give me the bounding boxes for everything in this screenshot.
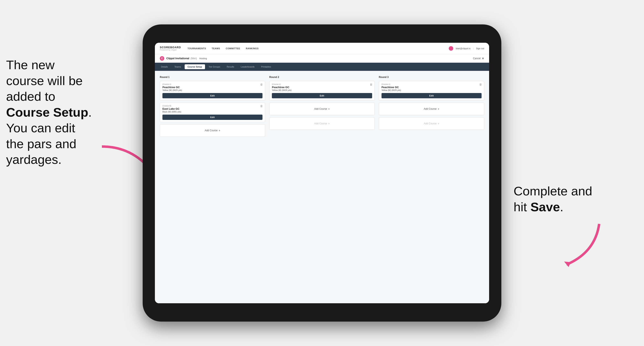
nav-rankings[interactable]: RANKINGS: [246, 46, 258, 50]
nav-links: TOURNAMENTS TEAMS COMMITTEE RANKINGS: [188, 46, 449, 50]
user-email: blair@clippd.io: [456, 47, 470, 50]
tablet-screen: SCOREBOARD Powered by clippd TOURNAMENTS…: [155, 43, 489, 303]
sign-out-link[interactable]: Sign out: [476, 47, 484, 50]
round1-course-a-card: 🗑 (Course A) Peachtree GC Yellow (M) (66…: [160, 81, 265, 101]
round1-course-a-label: (Course A): [162, 83, 262, 85]
round2-add-course-disabled-label: Add Course: [314, 122, 327, 125]
tab-teams[interactable]: Teams: [172, 64, 184, 69]
round1-course-b-card: 🗑 (Course B) East Lake GC Black (M) (689…: [160, 103, 265, 122]
round2-add-course-label: Add Course: [314, 107, 327, 110]
round1-course-a-name: Peachtree GC: [162, 86, 262, 89]
nav-tournaments[interactable]: TOURNAMENTS: [188, 46, 206, 50]
round1-course-b-label: (Course B): [162, 105, 262, 107]
top-nav: SCOREBOARD Powered by clippd TOURNAMENTS…: [155, 43, 489, 54]
nav-committee[interactable]: COMMITTEE: [226, 46, 240, 50]
round1-course-b-edit-button[interactable]: Edit: [162, 115, 262, 120]
svg-marker-1: [564, 262, 571, 267]
round1-add-course-plus-icon: +: [219, 129, 220, 132]
round2-add-course-disabled: Add Course +: [269, 117, 374, 130]
main-content: Round 1 🗑 (Course A) Peachtree GC Yellow…: [155, 71, 489, 303]
round2-course-a-edit-button[interactable]: Edit: [272, 93, 372, 98]
tab-printables[interactable]: Printables: [258, 64, 274, 69]
round2-course-a-label: (Course A): [272, 83, 372, 85]
tab-course-setup[interactable]: Course Setup: [185, 64, 205, 69]
pipe: |: [473, 47, 474, 50]
round3-course-a-name: Peachtree GC: [382, 86, 482, 89]
round2-course-a-name: Peachtree GC: [272, 86, 372, 89]
left-annotation-bold: Course Setup: [6, 105, 88, 119]
close-icon: ✕: [482, 57, 484, 60]
round-2-label: Round 2: [269, 76, 374, 79]
round3-course-a-edit-button[interactable]: Edit: [382, 93, 482, 98]
clippd-logo: C: [160, 56, 164, 61]
round-3-column: Round 3 🗑 (Course A) Peachtree GC Yellow…: [379, 76, 484, 298]
right-annotation-bold: Save: [530, 200, 560, 214]
sub-header: C Clippd Invitational (Men) Hosting Canc…: [155, 54, 489, 63]
round2-add-course-disabled-plus-icon: +: [328, 122, 330, 125]
nav-right: blair@clippd.io | Sign out: [449, 46, 484, 51]
round2-add-course-plus-icon: +: [328, 107, 330, 111]
brand-title: SCOREBOARD: [160, 46, 181, 49]
tab-bar: Details Teams Course Setup Tee Groups Re…: [155, 63, 489, 71]
round3-add-course-button[interactable]: Add Course +: [379, 103, 484, 115]
brand-sub: Powered by clippd: [160, 49, 181, 51]
nav-teams[interactable]: TEAMS: [212, 46, 220, 50]
round2-course-a-card: 🗑 (Course A) Peachtree GC Yellow (M) (66…: [269, 81, 374, 101]
right-annotation: Complete and hit Save.: [514, 183, 628, 215]
tab-leaderboards[interactable]: Leaderboards: [238, 64, 258, 69]
round3-add-course-plus-icon: +: [438, 107, 439, 111]
round3-course-a-label: (Course A): [382, 83, 482, 85]
round1-course-b-tee: Black (M) (6891 yds): [162, 111, 262, 113]
rounds-grid: Round 1 🗑 (Course A) Peachtree GC Yellow…: [160, 76, 484, 298]
round3-add-course-disabled-plus-icon: +: [438, 122, 439, 125]
user-avatar: [449, 46, 453, 51]
round3-course-a-delete-icon[interactable]: 🗑: [479, 83, 482, 86]
round3-add-course-disabled: Add Course +: [379, 117, 484, 130]
round1-course-a-edit-button[interactable]: Edit: [162, 93, 262, 98]
round-3-label: Round 3: [379, 76, 484, 79]
round3-course-a-tee: Yellow (M) (6629 yds): [382, 89, 482, 91]
tab-results[interactable]: Results: [224, 64, 237, 69]
tab-tee-groups[interactable]: Tee Groups: [206, 64, 223, 69]
brand: SCOREBOARD Powered by clippd: [160, 46, 181, 51]
round1-course-a-delete-icon[interactable]: 🗑: [260, 83, 263, 86]
event-gender: (Men): [190, 57, 197, 60]
round3-add-course-label: Add Course: [424, 107, 436, 110]
right-arrow: [542, 220, 607, 271]
cancel-label: Cancel: [473, 57, 480, 60]
tablet-device: SCOREBOARD Powered by clippd TOURNAMENTS…: [143, 24, 501, 322]
round2-course-a-tee: Yellow (M) (6629 yds): [272, 89, 372, 91]
round-1-column: Round 1 🗑 (Course A) Peachtree GC Yellow…: [160, 76, 265, 298]
round2-add-course-button[interactable]: Add Course +: [269, 103, 374, 115]
cancel-button[interactable]: Cancel ✕: [473, 57, 484, 60]
round1-add-course-label: Add Course: [204, 129, 218, 132]
round1-add-course-button[interactable]: Add Course +: [160, 124, 265, 137]
round1-course-b-delete-icon[interactable]: 🗑: [260, 104, 263, 108]
round-2-column: Round 2 🗑 (Course A) Peachtree GC Yellow…: [269, 76, 374, 298]
round2-course-a-delete-icon[interactable]: 🗑: [370, 83, 372, 86]
round1-course-b-name: East Lake GC: [162, 107, 262, 110]
round3-add-course-disabled-label: Add Course: [424, 122, 436, 125]
round1-course-a-tee: Yellow (M) (6629 yds): [162, 89, 262, 91]
hosting-badge: Hosting: [199, 57, 207, 60]
event-name: Clippd Invitational: [166, 57, 189, 60]
round3-course-a-card: 🗑 (Course A) Peachtree GC Yellow (M) (66…: [379, 81, 484, 101]
tab-details[interactable]: Details: [158, 64, 171, 69]
round-1-label: Round 1: [160, 76, 265, 79]
